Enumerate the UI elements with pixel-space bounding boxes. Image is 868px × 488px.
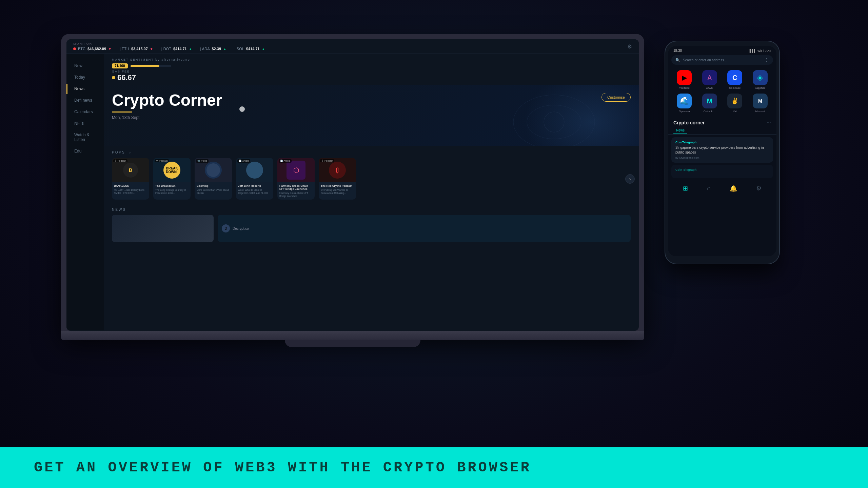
gas-dot	[112, 76, 115, 79]
btc-dot	[73, 47, 76, 50]
pop-card-booming[interactable]: 📹 Video Booming More Bullish than EVER a…	[195, 158, 232, 200]
svg-point-1	[527, 105, 581, 139]
sol-name: | SOL	[235, 47, 244, 51]
phone-app-sapphire[interactable]: ◈ Sapphire	[749, 70, 771, 89]
news-main-image	[112, 215, 214, 242]
news-main-card[interactable]	[112, 215, 214, 242]
sapphire-icon: ◈	[753, 70, 768, 85]
phone-nav-tabs-icon[interactable]: ⊞	[683, 185, 688, 192]
phone-address-bar[interactable]: 🔍 Search or enter an address... ⋮	[671, 55, 773, 65]
sidebar-item-watchlisten[interactable]: Watch & Listen	[66, 130, 104, 145]
phone-nav-settings-icon[interactable]: ⚙	[756, 185, 762, 192]
phone-news-source-1: CoinTelegraph	[675, 141, 769, 144]
pop-card-harmony[interactable]: 📄 Article ⬡ Harmony Cross-Chain NFT Brid…	[277, 158, 315, 200]
harmony-icon: ⬡	[287, 161, 305, 180]
eth-arrow: ▼	[150, 47, 153, 51]
gas-value: 66.67	[112, 73, 631, 82]
phone-section-title: Crypto corner	[673, 120, 705, 125]
phone-time: 18:30	[673, 49, 682, 53]
phone-nav-bell-icon[interactable]: 🔔	[730, 185, 737, 192]
pops-section: POPS ⌄ 🎙 Podcast B BANKLESS	[104, 146, 639, 204]
phone-news-meta-1: by Cryptopanic.com	[675, 156, 769, 159]
breakdown-info: The Breakdown The Long Strange Journey o…	[153, 182, 191, 197]
source-name: Decrypt.co	[233, 227, 249, 230]
dot-name: | DOT	[161, 47, 171, 51]
harmony-desc: Harmony Cross-Chain NFT Bridge Launches	[279, 191, 313, 198]
phone-nav-home-icon[interactable]: ⌂	[707, 185, 711, 192]
yat-label: Yat	[733, 110, 737, 113]
booming-icon	[205, 162, 222, 179]
harmony-thumb: 📄 Article ⬡	[277, 158, 315, 182]
aave-label: AAVE	[706, 86, 713, 89]
phone-app-aave[interactable]: A AAVE	[699, 70, 721, 89]
news-source-card[interactable]: D Decrypt.co	[218, 215, 631, 242]
phone-app-coinbase[interactable]: C Coinbase	[724, 70, 746, 89]
ticker-bar: MONITOR BTC $46,682.09 ▼ | ETH $3,415.07…	[66, 39, 639, 54]
phone-app-messari[interactable]: M Messari	[749, 94, 771, 113]
harmony-type-label: 📄 Article	[279, 159, 292, 163]
bottom-bar-text: GET AN OVERVIEW OF WEB3 WITH THE CRYPTO …	[34, 460, 531, 476]
laptop-base	[61, 331, 644, 340]
collapse-icon[interactable]: ⌄	[128, 150, 133, 155]
main-layout: Now Today News Defi news Calendars NFTs …	[66, 54, 639, 330]
sidebar-item-now[interactable]: Now	[66, 61, 104, 71]
pops-label: POPS ⌄	[112, 150, 631, 155]
settings-icon[interactable]: ⚙	[627, 43, 632, 50]
sidebar-item-today[interactable]: Today	[66, 72, 104, 82]
phone-app-youtube[interactable]: ▶ YouTube	[673, 70, 695, 89]
carousel-next-button[interactable]: ›	[625, 174, 635, 184]
btc-arrow: ▼	[108, 47, 112, 51]
sidebar-item-defi[interactable]: Defi news	[66, 95, 104, 105]
sidebar-item-calendars[interactable]: Calendars	[66, 107, 104, 117]
crypto-corner-title: Crypto Corner	[112, 92, 631, 109]
pop-card-bankless[interactable]: 🎙 Podcast B BANKLESS ROLLUP - Jack Dorse…	[112, 158, 149, 200]
phone-app-coinmkt[interactable]: M Coinmkt...	[699, 94, 721, 113]
phone-search-input[interactable]: Search or enter an address...	[683, 58, 762, 62]
title-underline	[112, 111, 132, 113]
phone-tab-news[interactable]: News	[673, 127, 687, 134]
sentiment-value: 71/100	[112, 63, 128, 68]
phone-news-card-1[interactable]: CoinTelegraph Singapore bars crypto serv…	[671, 137, 773, 163]
phone-signal-icon: ▌▌▌	[750, 49, 756, 53]
phone-app-opensea[interactable]: 🌊 Opensea	[673, 94, 695, 113]
breakdown-type-label: 🎙 Podcast	[155, 159, 169, 162]
sentiment-section: MARKET SENTIMENT by alternative.me 71/10…	[104, 54, 639, 85]
pop-card-breakdown[interactable]: 🎙 Podcast BREAKDOWN The Breakdown The Lo…	[153, 158, 191, 200]
eth-price: $3,415.07	[131, 47, 148, 51]
pop-card-redcrypto[interactable]: 🎙 Podcast ₿ The Red Crypto Podcast Every…	[319, 158, 356, 200]
customise-button[interactable]: Customise	[601, 93, 631, 102]
content-area: MARKET SENTIMENT by alternative.me 71/10…	[104, 54, 639, 330]
laptop-screen-outer: MONITOR BTC $46,682.09 ▼ | ETH $3,415.07…	[61, 34, 644, 331]
eth-name: | ETH	[120, 47, 129, 51]
btc-name: BTC	[78, 47, 85, 51]
booming-desc: More Bullish than EVER about Bitcoin	[197, 188, 230, 195]
phone-app-yat[interactable]: ✌ Yat	[724, 94, 746, 113]
sidebar-item-nfts[interactable]: NFTs	[66, 118, 104, 128]
phone-battery: 70%	[765, 49, 771, 53]
monitor-label: MONITOR	[73, 42, 265, 45]
btc-price: $46,682.09	[87, 47, 106, 51]
phone-section-more[interactable]: ···	[767, 120, 771, 126]
redcrypto-info: The Red Crypto Podcast Everything You Wa…	[319, 182, 356, 197]
laptop-stand	[285, 340, 420, 347]
bankless-icon: B	[123, 163, 138, 178]
youtube-icon: ▶	[677, 70, 692, 85]
news-label: NEWS	[112, 208, 631, 211]
jeff-icon	[246, 162, 263, 179]
sidebar-item-edu[interactable]: Edu	[66, 146, 104, 156]
sidebar-item-news[interactable]: News	[66, 84, 104, 94]
phone-news-card-2[interactable]: CoinTelegraph	[671, 165, 773, 178]
coinmkt-label: Coinmkt...	[704, 110, 716, 113]
news-cards: D Decrypt.co	[112, 215, 631, 242]
phone-more-icon[interactable]: ⋮	[764, 57, 769, 63]
pops-carousel: 🎙 Podcast B BANKLESS ROLLUP - Jack Dorse…	[112, 158, 631, 200]
jeff-type-label: 📄 Article	[237, 159, 250, 163]
bankless-name: BANKLESS	[114, 184, 147, 187]
bankless-type-label: 🎙 Podcast	[113, 159, 127, 162]
ada-arrow: ▲	[223, 47, 226, 51]
laptop-container: MONITOR BTC $46,682.09 ▼ | ETH $3,415.07…	[61, 34, 644, 347]
pop-card-jeff[interactable]: 📄 Article Jeff John Roberts Woot! What t…	[236, 158, 273, 200]
phone-status-bar: 18:30 ▌▌▌ WiFi 70%	[668, 46, 776, 54]
redcrypto-thumb: 🎙 Podcast ₿	[319, 158, 356, 182]
bankless-thumb: 🎙 Podcast B	[112, 158, 149, 182]
